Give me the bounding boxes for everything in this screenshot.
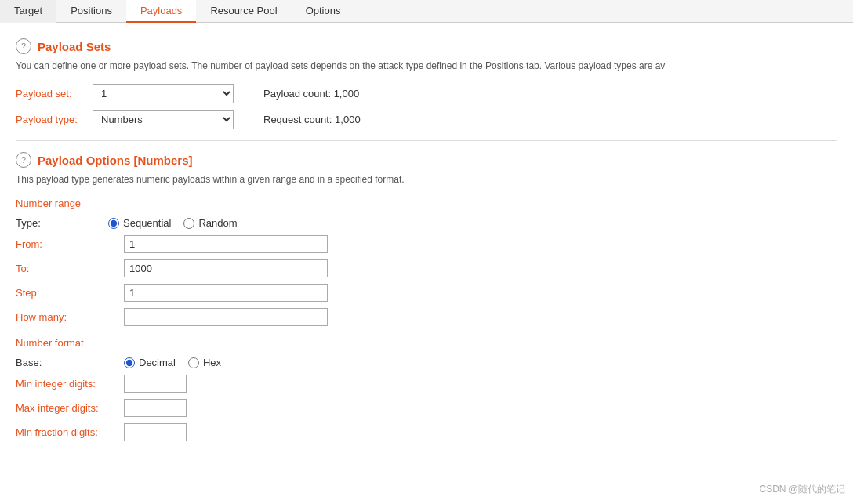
- request-count-text: Request count: 1,000: [263, 114, 361, 125]
- payload-sets-header: ? Payload Sets: [16, 38, 837, 54]
- payload-type-row: Payload type: Numbers Request count: 1,0…: [16, 110, 837, 129]
- step-row: Step:: [16, 284, 837, 302]
- hex-radio[interactable]: [188, 357, 199, 368]
- random-label: Random: [198, 217, 237, 229]
- decimal-option[interactable]: Decimal: [124, 357, 176, 368]
- step-label: Step:: [16, 287, 118, 299]
- section-divider: [16, 140, 837, 141]
- number-range-label: Number range: [16, 198, 837, 209]
- payload-options-header: ? Payload Options [Numbers]: [16, 152, 837, 168]
- decimal-radio[interactable]: [124, 357, 135, 368]
- decimal-label: Decimal: [139, 357, 176, 368]
- payload-options-title: Payload Options [Numbers]: [38, 154, 193, 167]
- type-row: Type: Sequential Random: [16, 217, 837, 229]
- max-integer-label: Max integer digits:: [16, 402, 118, 414]
- min-integer-input[interactable]: [124, 375, 187, 393]
- payload-type-label: Payload type:: [16, 114, 86, 125]
- step-input[interactable]: [124, 284, 328, 302]
- max-integer-input[interactable]: [124, 399, 187, 417]
- payload-set-row: Payload set: 1 Payload count: 1,000: [16, 84, 837, 103]
- sequential-option[interactable]: Sequential: [108, 217, 171, 229]
- how-many-input[interactable]: [124, 308, 328, 326]
- payload-options-help-icon[interactable]: ?: [16, 152, 31, 168]
- payload-sets-help-icon[interactable]: ?: [16, 38, 31, 54]
- min-integer-label: Min integer digits:: [16, 378, 118, 390]
- base-row: Base: Decimal Hex: [16, 357, 837, 368]
- to-label: To:: [16, 263, 118, 274]
- min-fraction-row: Min fraction digits:: [16, 423, 837, 441]
- to-row: To:: [16, 259, 837, 277]
- tab-payloads[interactable]: Payloads: [126, 0, 196, 23]
- tab-target[interactable]: Target: [0, 0, 56, 23]
- random-radio[interactable]: [183, 218, 194, 229]
- sequential-label: Sequential: [123, 217, 171, 229]
- payload-set-label: Payload set:: [16, 88, 86, 100]
- payload-options-description: This payload type generates numeric payl…: [16, 172, 837, 187]
- type-field-label: Type:: [16, 217, 102, 229]
- from-input[interactable]: [124, 235, 328, 253]
- from-row: From:: [16, 235, 837, 253]
- min-integer-row: Min integer digits:: [16, 375, 837, 393]
- payload-sets-description: You can define one or more payload sets.…: [16, 59, 837, 73]
- number-format-label: Number format: [16, 337, 837, 349]
- main-content: ? Payload Sets You can define one or mor…: [0, 23, 853, 455]
- base-label: Base:: [16, 357, 118, 368]
- max-integer-row: Max integer digits:: [16, 399, 837, 417]
- sequential-radio[interactable]: [108, 218, 119, 229]
- how-many-row: How many:: [16, 308, 837, 326]
- payload-sets-title: Payload Sets: [38, 40, 111, 53]
- payload-set-select[interactable]: 1: [93, 84, 234, 103]
- tab-options[interactable]: Options: [292, 0, 355, 23]
- to-input[interactable]: [124, 259, 328, 277]
- random-option[interactable]: Random: [183, 217, 237, 229]
- how-many-label: How many:: [16, 311, 118, 323]
- payload-count-text: Payload count: 1,000: [263, 88, 359, 100]
- min-fraction-label: Min fraction digits:: [16, 426, 118, 438]
- tab-positions[interactable]: Positions: [56, 0, 126, 23]
- tab-resource-pool[interactable]: Resource Pool: [196, 0, 291, 23]
- from-label: From:: [16, 238, 118, 250]
- min-fraction-input[interactable]: [124, 423, 187, 441]
- payload-type-select[interactable]: Numbers: [93, 110, 234, 129]
- hex-option[interactable]: Hex: [188, 357, 221, 368]
- type-radio-group: Sequential Random: [108, 217, 238, 229]
- tab-bar: Target Positions Payloads Resource Pool …: [0, 0, 853, 23]
- hex-label: Hex: [203, 357, 221, 368]
- base-radio-group: Decimal Hex: [124, 357, 221, 368]
